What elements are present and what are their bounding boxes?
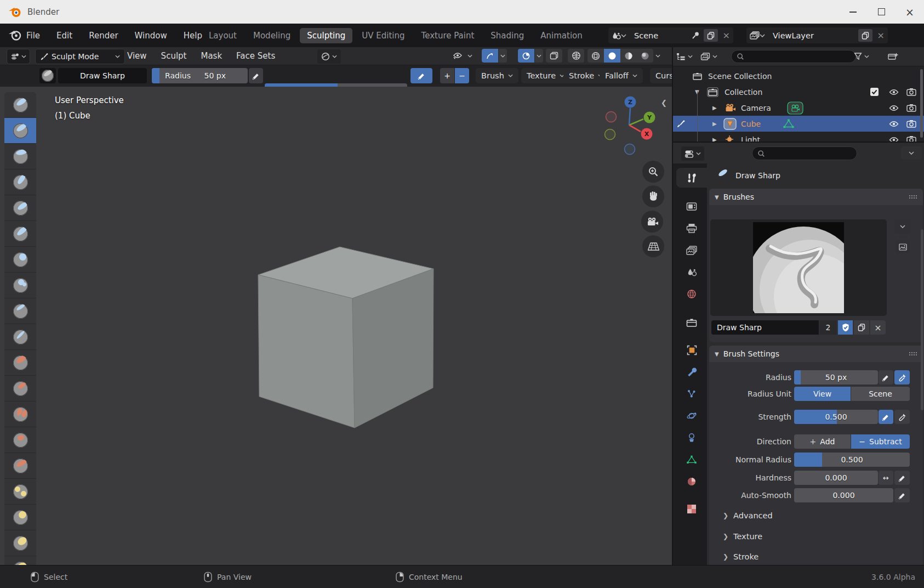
hardness-slider[interactable]: 0.000 xyxy=(794,471,878,485)
tab-object[interactable] xyxy=(676,340,707,360)
radius-unit-scene-button[interactable]: Scene xyxy=(851,387,910,401)
radius-pressure-button[interactable] xyxy=(879,370,893,385)
render-camera-icon[interactable] xyxy=(906,132,916,142)
viewport-3d[interactable]: User Perspective (1) Cube Z Y X ❮ xyxy=(0,87,672,565)
tab-material[interactable] xyxy=(676,472,707,491)
workspace-tab-uv-editing[interactable]: UV Editing xyxy=(355,28,412,43)
outliner-filter-button[interactable] xyxy=(854,49,869,64)
tab-scene[interactable] xyxy=(676,262,707,282)
camera-view-button[interactable] xyxy=(641,211,663,233)
zoom-button[interactable] xyxy=(642,161,664,183)
strength-pressure-button[interactable] xyxy=(879,410,893,424)
tab-world[interactable] xyxy=(676,284,707,304)
brushes-panel-header[interactable]: ▼ Brushes xyxy=(709,189,923,205)
tool-button-fill[interactable] xyxy=(4,376,36,401)
tool-button-flatten[interactable] xyxy=(4,350,36,375)
tool-button-inflate[interactable] xyxy=(4,247,36,272)
tool-button-grab[interactable] xyxy=(4,479,36,504)
chevron-down-icon[interactable] xyxy=(534,49,543,63)
advanced-section-header[interactable]: ❯ Advanced xyxy=(723,511,773,520)
maximize-button[interactable] xyxy=(867,0,896,24)
workspace-tab-animation[interactable]: Animation xyxy=(533,28,589,43)
radius-pressure-button[interactable] xyxy=(249,68,263,83)
chevron-down-icon[interactable] xyxy=(466,49,474,63)
active-tool-button[interactable] xyxy=(7,49,30,64)
falloff-dropdown[interactable]: Falloff xyxy=(600,68,643,83)
outliner-row-scene-collection[interactable]: Scene Collection xyxy=(673,68,924,84)
expand-triangle-icon[interactable]: ▶ xyxy=(712,116,717,132)
solid-shading-button[interactable] xyxy=(604,49,620,63)
expand-triangle-icon[interactable]: ▶ xyxy=(712,100,717,116)
texture-dropdown[interactable]: Texture xyxy=(521,68,570,83)
cursor-dropdown[interactable]: Cursor xyxy=(650,68,672,83)
outliner-scrollbar[interactable] xyxy=(920,69,923,138)
tool-button-multiplane-scrape[interactable] xyxy=(4,427,36,453)
normal-radius-slider[interactable]: 0.500 xyxy=(794,453,910,467)
tool-button-pinch[interactable] xyxy=(4,453,36,478)
tab-modifiers[interactable] xyxy=(676,362,707,382)
direction-subtract-button[interactable]: −Subtract xyxy=(851,434,910,449)
tab-output[interactable] xyxy=(676,218,707,238)
cube-object[interactable] xyxy=(241,236,449,439)
radius-brush-size-button[interactable] xyxy=(894,370,910,385)
brush-duplicate-button[interactable] xyxy=(854,320,869,335)
mode-selector[interactable]: Sculpt Mode xyxy=(35,49,125,64)
tab-physics[interactable] xyxy=(676,406,707,426)
tool-button-draw[interactable] xyxy=(4,92,36,117)
tab-collection[interactable] xyxy=(676,313,707,332)
workspace-tab-shading[interactable]: Shading xyxy=(483,28,531,43)
tab-object-data[interactable] xyxy=(676,450,707,470)
tool-button-elastic-deform[interactable] xyxy=(4,505,36,530)
eye-icon[interactable] xyxy=(889,84,899,100)
texture-section-header[interactable]: ❯ Texture xyxy=(723,532,762,541)
outliner-row-cube[interactable]: ▶ Cube xyxy=(673,116,924,132)
tab-view-layer[interactable] xyxy=(676,240,707,260)
render-camera-icon[interactable] xyxy=(906,116,916,132)
brush-icon-button[interactable] xyxy=(896,240,910,253)
exclude-checkbox[interactable] xyxy=(870,84,879,100)
tool-button-crease[interactable] xyxy=(4,298,36,324)
navigation-gizmo[interactable]: Z Y X xyxy=(602,95,663,157)
auto-smooth-pressure-button[interactable] xyxy=(894,488,910,502)
expand-triangle-icon[interactable]: ▶ xyxy=(712,132,717,142)
render-camera-icon[interactable] xyxy=(906,100,916,116)
visibility-masking-button[interactable] xyxy=(449,49,466,63)
menu-sculpt[interactable]: Sculpt xyxy=(161,51,187,61)
menu-file[interactable]: File xyxy=(26,31,40,41)
workspace-tab-layout[interactable]: Layout xyxy=(202,28,244,43)
menu-window[interactable]: Window xyxy=(135,31,167,41)
properties-search-input[interactable] xyxy=(752,146,857,160)
direction-add-button[interactable]: + xyxy=(440,68,454,83)
pan-button[interactable] xyxy=(642,185,664,207)
material-preview-shading-button[interactable] xyxy=(620,49,637,63)
mesh-data-badge[interactable] xyxy=(783,116,795,132)
outliner-row-collection[interactable]: ▼ Collection xyxy=(673,84,924,100)
scene-unlink-button[interactable]: × xyxy=(720,27,733,43)
grid-view-button[interactable] xyxy=(642,235,664,257)
sidebar-collapse-arrow[interactable]: ❮ xyxy=(661,99,667,107)
falloff-shape-button[interactable] xyxy=(317,49,341,64)
scene-name[interactable]: Scene xyxy=(630,31,692,40)
brush-select-dropdown[interactable] xyxy=(894,219,911,234)
outliner-filter-id-button[interactable] xyxy=(700,49,717,64)
tab-render[interactable] xyxy=(676,196,707,216)
hardness-extend-button[interactable]: ↔ xyxy=(879,471,893,485)
eye-icon[interactable] xyxy=(889,100,899,116)
properties-options-dropdown[interactable] xyxy=(901,146,922,160)
brush-name-field[interactable]: Draw Sharp xyxy=(58,68,147,83)
panel-grip-icon[interactable] xyxy=(909,195,917,199)
tool-button-clay-thumb[interactable] xyxy=(4,195,36,220)
eye-icon[interactable] xyxy=(889,132,899,142)
tab-texture[interactable] xyxy=(676,499,707,519)
tab-particles[interactable] xyxy=(676,384,707,404)
eye-icon[interactable] xyxy=(889,116,899,132)
outliner-row-camera[interactable]: ▶ Camera xyxy=(673,100,924,116)
tool-button-clay[interactable] xyxy=(4,144,36,169)
strength-brush-size-button[interactable] xyxy=(894,410,910,424)
panel-grip-icon[interactable] xyxy=(909,352,917,356)
brush-preview-button[interactable] xyxy=(39,68,56,83)
workspace-tab-sculpting[interactable]: Sculpting xyxy=(300,28,352,43)
tool-button-draw-sharp[interactable] xyxy=(4,118,36,143)
blender-menu-icon[interactable] xyxy=(8,29,22,41)
brush-dropdown[interactable]: Brush xyxy=(476,68,518,83)
